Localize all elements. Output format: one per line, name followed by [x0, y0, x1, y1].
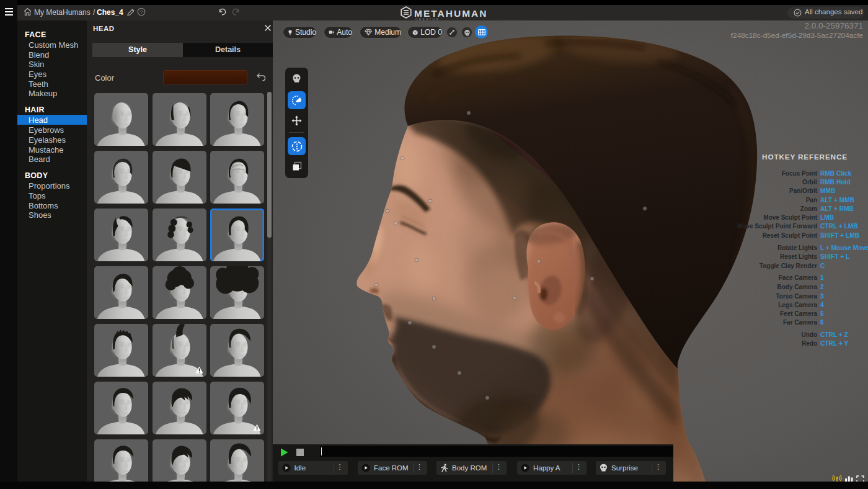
svg-text:?: ?	[140, 9, 143, 15]
